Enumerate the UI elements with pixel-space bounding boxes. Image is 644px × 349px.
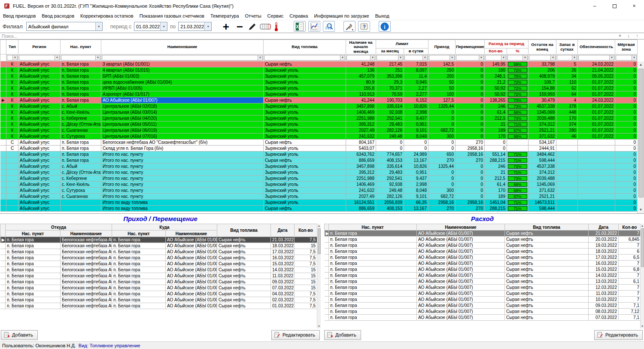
cell-t[interactable] [6, 188, 18, 194]
table-row[interactable]: КАбыйский улусп. Белая гораБРП (АБЫ 01/0… [0, 73, 638, 79]
column-header-name[interactable]: Наименование [417, 224, 505, 231]
cell-ost[interactable]: 159,993 [529, 91, 556, 97]
info-button[interactable]: i [379, 21, 391, 32]
cell-ob[interactable]: 01.07.2022 [578, 121, 615, 127]
cell-set[interactable]: п. Белая гора [329, 303, 417, 309]
row-selector[interactable] [0, 140, 6, 146]
cell-tn[interactable]: АО Абыйское (АБЫ 01/007) [166, 303, 217, 309]
cell-ld[interactable]: 9,101 [404, 194, 428, 200]
cell-fs[interactable]: п. Белая гора [6, 237, 61, 243]
cell-nach[interactable]: 110,913 [346, 91, 376, 97]
cell-rq[interactable]: 21,2 [485, 79, 507, 85]
cell-mz[interactable]: 0 [615, 176, 638, 182]
cell-mz[interactable]: 0 [615, 206, 638, 212]
cell-pr[interactable]: 0 [428, 146, 456, 152]
cell-ts[interactable]: п. Белая гора [112, 279, 166, 285]
table-row[interactable]: КАбыйский улусп. Белая гора3 квартал (АБ… [0, 61, 638, 67]
cell-mz[interactable]: 0 [615, 127, 638, 134]
scrollbar-thumb[interactable] [641, 228, 644, 267]
cell-rq[interactable]: 61,4 [485, 109, 507, 115]
cell-reg[interactable]: Абыйский улус [18, 79, 61, 85]
table-row[interactable]: КАбыйский улусс. СыаганнахЦентральная (А… [0, 127, 638, 134]
cell-tn[interactable]: АО Абыйское (АБЫ 01/007) [166, 267, 217, 273]
cell-set[interactable]: с. Дёску (Отток-Атах) [61, 170, 101, 176]
table-row[interactable]: Абыйский улусп. Белая гораИтого по нас. … [0, 152, 638, 158]
scroll-down-button[interactable]: ▼ [317, 324, 321, 328]
cell-fs[interactable]: п. Белая гора [6, 285, 61, 291]
cell-pr[interactable]: 0 [428, 140, 456, 146]
prihod-add-button[interactable]: Добавить [1, 330, 38, 340]
cell-pct[interactable]: 71% [507, 170, 529, 176]
column-filter-dropdown[interactable]: ▼ [429, 55, 455, 61]
cell-mz[interactable]: 0 [615, 164, 638, 170]
row-selector[interactable] [0, 121, 6, 127]
cell-fuel[interactable]: Сырая нефть [505, 303, 589, 309]
cell-set[interactable]: п. Белая гора [329, 243, 417, 249]
cell-mz[interactable]: 0 [615, 121, 638, 127]
row-selector[interactable] [0, 152, 6, 158]
cell-pr[interactable]: 50 [428, 79, 456, 85]
column-header-from-name[interactable]: Наименование [61, 231, 112, 237]
menu-item-vvod-prihodov[interactable]: Ввод приходов [0, 12, 39, 20]
cell-lm[interactable]: 292,541 [376, 176, 404, 182]
cell-pct[interactable]: 73% [507, 176, 529, 182]
settings-button[interactable] [343, 21, 355, 32]
cell-pm[interactable]: 0 [456, 67, 485, 73]
row-selector[interactable] [0, 67, 6, 73]
cell-pct[interactable]: 73% [507, 164, 529, 170]
cell-qty[interactable]: 7,5 [295, 297, 317, 303]
cell-zap[interactable] [556, 206, 578, 212]
cell-ob[interactable] [578, 164, 615, 170]
cell-reg[interactable]: Абыйский улус [18, 97, 61, 103]
row-selector[interactable] [0, 158, 6, 164]
cell-fuel[interactable]: Сырая нефть [217, 279, 271, 285]
cell-nach[interactable]: 5403,07 [346, 146, 376, 152]
row-selector[interactable] [0, 85, 6, 91]
cell-rq[interactable]: 0 [485, 146, 507, 152]
cell-fn[interactable]: Белогоская нефтебаза АО "Саханефтегазсбы… [61, 279, 112, 285]
cell-lm[interactable]: 335,614 [376, 103, 404, 109]
cell-ld[interactable]: 13,167 [404, 206, 428, 212]
table-row[interactable]: п. Белая гораАО Абыйское (АБЫ 01/007)Сыр… [325, 261, 641, 267]
cell-rq[interactable]: 1451,04 [485, 200, 507, 206]
cell-mz[interactable]: 0 [615, 67, 638, 73]
cell-ost[interactable]: 598,444 [529, 206, 556, 212]
cell-t[interactable]: К [6, 73, 18, 79]
cell-lm[interactable]: 190,703 [376, 97, 404, 103]
cell-qty[interactable]: 15 [295, 279, 317, 285]
cell-zap[interactable]: 64 [556, 91, 578, 97]
cell-set[interactable]: с. Сутуроха [61, 134, 101, 140]
cell-nach[interactable]: 155,8 [346, 85, 376, 91]
cell-t[interactable]: К [6, 115, 18, 121]
cell-fn[interactable]: Белогоская нефтебаза АО "Саханефтегазсбы… [61, 249, 112, 255]
cell-reg[interactable]: Абыйский улус [18, 127, 61, 134]
rashod-edit-button[interactable]: Редактировать [594, 330, 643, 340]
column-header-rashod-pct[interactable]: % [507, 49, 529, 55]
cell-qty[interactable]: 6 [619, 249, 641, 255]
cell-set[interactable]: п. Белая гора [329, 291, 417, 297]
cell-qty[interactable]: 6,8 [619, 267, 641, 273]
cell-t[interactable]: К [6, 127, 18, 134]
cell-ob[interactable]: 24.03.2022 [578, 61, 615, 67]
row-selector[interactable] [325, 285, 329, 291]
cell-pct[interactable] [507, 146, 529, 152]
cell-ld[interactable]: 0 [404, 140, 428, 146]
cell-rq[interactable]: 0 [485, 140, 507, 146]
cell-ld[interactable]: 8,048 [404, 188, 428, 194]
cell-set[interactable]: п. Белая гора [61, 61, 101, 67]
cell-mz[interactable]: 0 [615, 103, 638, 109]
cell-ts[interactable]: п. Белая гора [112, 273, 166, 279]
cell-pr[interactable]: 0 [428, 121, 456, 127]
column-header-to-name[interactable]: Наименование [166, 231, 217, 237]
cell-fuel[interactable]: Сырая нефть [505, 255, 589, 261]
table-row[interactable]: ▶п. Белая гораАО Абыйское (АБЫ 01/007)Сы… [325, 231, 641, 237]
cell-fuel[interactable]: Сырая нефть [217, 237, 271, 243]
cell-ld[interactable]: 8,097 [404, 67, 428, 73]
row-selector[interactable] [0, 297, 6, 303]
cell-date[interactable]: 02.03.2022 [271, 297, 295, 303]
cell-fuel[interactable]: Сырая нефть [264, 206, 346, 212]
row-selector[interactable] [325, 273, 329, 279]
cell-ob[interactable]: 01.07.2022 [578, 91, 615, 97]
cell-nach[interactable]: 886,659 [346, 206, 376, 212]
cell-ob[interactable] [578, 152, 615, 158]
